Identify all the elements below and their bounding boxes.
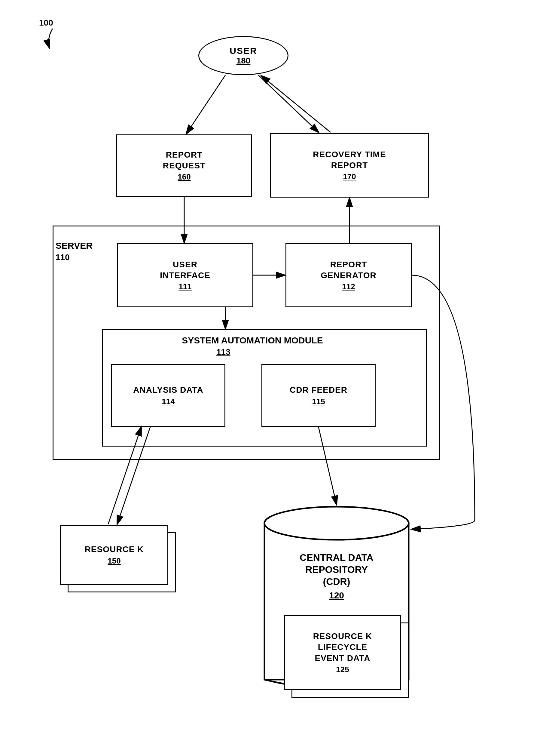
svg-text:(CDR): (CDR): [323, 576, 350, 587]
user-ref: 180: [237, 56, 251, 66]
server-label: SERVER: [56, 241, 93, 251]
lifecycle-ref: 125: [336, 665, 349, 674]
cdr-feeder-box: CDR FEEDER 115: [262, 364, 376, 427]
user-ellipse: USER 180: [198, 36, 288, 75]
report-request-box: REPORTREQUEST 160: [116, 134, 252, 197]
svg-line-8: [186, 75, 226, 134]
resource-k-box: RESOURCE K 150: [60, 525, 168, 585]
analysis-data-ref: 114: [162, 397, 175, 406]
analysis-data-box: ANALYSIS DATA 114: [111, 364, 226, 427]
recovery-time-title: RECOVERY TIMEREPORT: [313, 149, 386, 171]
report-generator-title: REPORTGENERATOR: [320, 259, 376, 281]
recovery-time-box: RECOVERY TIMEREPORT 170: [270, 133, 429, 198]
sam-title: SYSTEM AUTOMATION MODULE: [180, 335, 324, 346]
diagram: 100 USER 180 REPORTREQUEST 160 RECOVERY …: [0, 0, 549, 756]
server-ref: 110: [56, 253, 70, 262]
lifecycle-title: RESOURCE KLIFECYCLEEVENT DATA: [313, 631, 372, 664]
user-interface-ref: 111: [179, 282, 192, 291]
resource-k-ref: 150: [108, 556, 121, 566]
svg-line-10: [262, 76, 330, 132]
resource-k-title: RESOURCE K: [85, 544, 144, 555]
svg-line-9: [259, 75, 318, 132]
svg-text:120: 120: [329, 590, 344, 600]
report-generator-ref: 112: [342, 282, 355, 291]
cdr-feeder-ref: 115: [312, 397, 325, 406]
report-generator-box: REPORTGENERATOR 112: [285, 243, 412, 307]
ref-100-label: 100: [39, 18, 53, 28]
user-label: USER: [230, 46, 257, 56]
user-interface-title: USERINTERFACE: [160, 259, 210, 281]
svg-text:REPOSITORY: REPOSITORY: [305, 564, 368, 575]
cdr-feeder-title: CDR FEEDER: [290, 385, 347, 395]
recovery-time-ref: 170: [343, 172, 356, 181]
report-request-ref: 160: [178, 172, 191, 182]
user-interface-box: USERINTERFACE 111: [117, 243, 253, 307]
sam-ref: 113: [216, 347, 231, 357]
analysis-data-title: ANALYSIS DATA: [133, 385, 203, 395]
svg-text:CENTRAL DATA: CENTRAL DATA: [299, 552, 373, 563]
svg-point-1: [265, 507, 409, 540]
report-request-title: REPORTREQUEST: [163, 149, 206, 171]
lifecycle-box: RESOURCE KLIFECYCLEEVENT DATA 125: [284, 615, 401, 690]
